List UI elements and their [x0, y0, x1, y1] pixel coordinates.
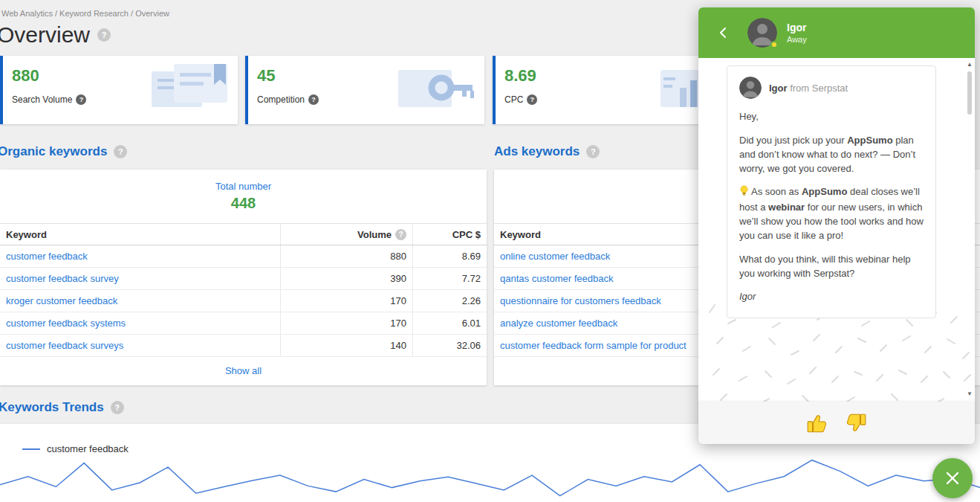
help-icon[interactable]: ? [97, 28, 111, 42]
message-text: Did you just pick up your [739, 135, 847, 146]
metric-label: Competition [257, 94, 305, 105]
column-header-volume[interactable]: Volume? [280, 224, 412, 245]
table-row: customer feedback 880 8.69 [0, 245, 487, 268]
scrollbar-down-arrow[interactable]: ▼ [967, 390, 973, 397]
thumbs-up-button[interactable] [805, 411, 831, 436]
message-bold-text: webinar [768, 202, 805, 213]
message-paragraph: What do you think, will this webinar hel… [739, 253, 924, 281]
agent-status: Away [787, 35, 807, 44]
message-paragraph: As soon as AppSumo deal closes we’ll hos… [739, 185, 924, 242]
volume-cell: 880 [280, 245, 412, 267]
help-icon[interactable]: ? [527, 94, 537, 105]
metric-value: 8.69 [504, 66, 536, 86]
help-icon[interactable]: ? [111, 401, 124, 414]
help-icon[interactable]: ? [395, 229, 406, 240]
legend-line-swatch [22, 448, 40, 450]
cpc-cell: 8.69 [412, 245, 487, 267]
total-number-label: Total number [0, 181, 487, 192]
volume-cell: 390 [280, 268, 412, 289]
help-icon[interactable]: ? [586, 145, 600, 158]
metric-card-search-volume: 880 Search Volume? [0, 56, 238, 124]
page-header: Overview ? [0, 22, 111, 48]
column-header-label: Volume [357, 224, 392, 245]
volume-cell: 170 [280, 290, 412, 312]
trend-line-chart [0, 456, 980, 502]
total-number-value: 448 [0, 195, 487, 212]
message-bold-text: AppSumo [847, 135, 892, 146]
message-bold-text: AppSumo [802, 186, 847, 197]
agent-name: Igor [787, 22, 807, 33]
thumbs-up-icon [805, 411, 831, 436]
sender-suffix: from Serpstat [788, 83, 848, 94]
volume-cell: 140 [280, 335, 412, 356]
document-chart-illustration [152, 64, 232, 116]
chat-body: Igor from Serpstat Hey, Did you just pic… [698, 58, 975, 402]
metric-card-competition: 45 Competition? [245, 56, 484, 124]
legend-label: customer feedback [47, 443, 129, 454]
volume-cell: 170 [280, 312, 412, 334]
help-icon[interactable]: ? [308, 94, 319, 105]
scrollbar-up-arrow[interactable]: ▲ [967, 61, 973, 68]
message-text: As soon as [751, 186, 802, 197]
metric-card-cpc: 8.69 CPC? [493, 56, 732, 124]
help-icon[interactable]: ? [76, 94, 86, 105]
chat-message-card: Igor from Serpstat Hey, Did you just pic… [727, 65, 936, 318]
person-icon [739, 77, 762, 99]
lightbulb-icon [739, 185, 749, 201]
chat-identity: Igor Away [787, 22, 807, 44]
keyword-link[interactable]: kroger customer feedback [0, 290, 280, 312]
keyword-link[interactable]: customer feedback surveys [0, 335, 280, 356]
avatar [739, 77, 762, 99]
chart-legend: customer feedback [22, 443, 129, 454]
ads-keywords-header: Ads keywords ? [494, 144, 600, 159]
metric-value: 880 [12, 66, 39, 86]
breadcrumb[interactable]: Web Analytics / Keyword Research / Overv… [1, 9, 169, 18]
section-title: Ads keywords [494, 144, 580, 159]
scrollbar-thumb[interactable] [967, 71, 972, 115]
message-signature: Igor [739, 290, 924, 304]
sender-name: Igor [769, 83, 788, 94]
cpc-cell: 32.06 [412, 335, 487, 356]
section-title: Organic keywords [0, 144, 107, 159]
organic-total: Total number 448 [0, 170, 487, 223]
metric-label: CPC [504, 94, 523, 105]
away-status-dot [770, 41, 778, 48]
table-row: customer feedback systems 170 6.01 [0, 312, 487, 335]
chat-close-button[interactable] [932, 458, 973, 498]
table-row: customer feedback surveys 140 32.06 [0, 335, 487, 357]
back-button[interactable] [718, 26, 728, 39]
key-illustration [398, 64, 478, 116]
cpc-cell: 7.72 [412, 268, 487, 289]
section-title: Keywords Trends [0, 400, 104, 415]
message-header: Igor from Serpstat [739, 77, 924, 99]
organic-keywords-card: Total number 448 Keyword Volume? CPC $ c… [0, 170, 487, 385]
organic-keywords-header: Organic keywords ? [0, 144, 127, 159]
avatar [747, 18, 777, 48]
metric-label: Search Volume [12, 94, 72, 105]
table-row: kroger customer feedback 170 2.26 [0, 290, 487, 312]
thumbs-down-button[interactable] [843, 411, 868, 436]
column-header-cpc[interactable]: CPC $ [412, 224, 487, 245]
chevron-left-icon [718, 26, 728, 39]
message-sender: Igor from Serpstat [769, 83, 848, 94]
cpc-cell: 6.01 [412, 312, 487, 334]
message-paragraph: Did you just pick up your AppSumo plan a… [739, 134, 924, 176]
keyword-link[interactable]: customer feedback survey [0, 268, 280, 289]
cpc-cell: 2.26 [412, 290, 487, 312]
close-icon [945, 471, 960, 486]
keywords-trends-header: Keywords Trends ? [0, 400, 124, 415]
thumbs-down-icon [843, 411, 868, 436]
chat-widget: Igor Away [698, 7, 975, 444]
help-icon[interactable]: ? [114, 145, 127, 158]
page-title: Overview [0, 22, 90, 48]
column-header-keyword[interactable]: Keyword [0, 224, 280, 245]
chat-header: Igor Away [698, 7, 975, 58]
table-row: customer feedback survey 390 7.72 [0, 268, 487, 290]
show-all-link[interactable]: Show all [225, 365, 262, 376]
metric-value: 45 [257, 66, 275, 86]
keyword-link[interactable]: customer feedback systems [0, 312, 280, 334]
keyword-link[interactable]: customer feedback [0, 245, 280, 267]
message-paragraph: Hey, [739, 110, 924, 124]
organic-table-header: Keyword Volume? CPC $ [0, 223, 487, 245]
chat-footer [698, 402, 975, 444]
